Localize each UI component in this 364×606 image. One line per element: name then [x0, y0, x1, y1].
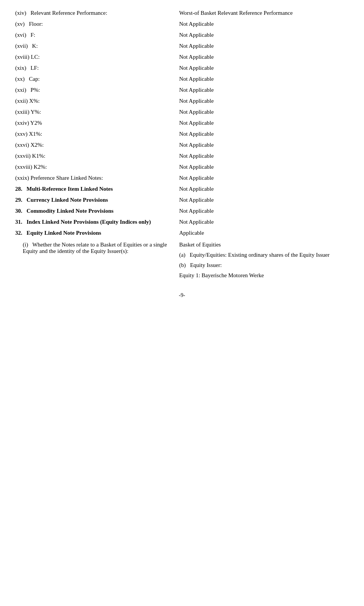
row-item28: 28. Multi-Reference Item Linked Notes No…: [15, 184, 349, 195]
value-xvii: Not Applicable: [179, 43, 213, 49]
left-xix: (xix) LF:: [15, 65, 175, 71]
left-xvii: (xvii) K:: [15, 43, 175, 49]
row-xxv: (xxv) X1%: Not Applicable: [15, 129, 349, 140]
value-item29: Not Applicable: [179, 197, 213, 203]
value-sub-i-b: (b) Equity Issuer:: [179, 262, 349, 268]
left-xxvii: (xxvii) K1%:: [15, 153, 175, 159]
right-item30: Not Applicable: [175, 208, 349, 214]
left-item31: 31. Index Linked Note Provisions (Equity…: [15, 219, 175, 225]
label-xxii: (xxii) X%:: [15, 98, 40, 104]
label-xiv: (xiv) Relevant Reference Performance:: [15, 10, 107, 16]
right-xxix-pref: Not Applicable: [175, 175, 349, 181]
row-xv: (xv) Floor: Not Applicable: [15, 19, 349, 30]
row-xxvii: (xxvii) K1%: Not Applicable: [15, 151, 349, 162]
label-xxviii: (xxviii) K2%:: [15, 164, 47, 170]
row-xviii: (xviii) LC: Not Applicable: [15, 52, 349, 63]
row-sub-i: (i) Whether the Notes relate to a Basket…: [15, 239, 349, 281]
right-xix: Not Applicable: [175, 65, 349, 71]
label-item31: 31. Index Linked Note Provisions (Equity…: [15, 219, 151, 225]
label-sub-i: (i) Whether the Notes relate to a Basket…: [23, 242, 167, 254]
label-xviii: (xviii) LC:: [15, 54, 40, 60]
label-xvi: (xvi) F:: [15, 32, 35, 38]
left-item28: 28. Multi-Reference Item Linked Notes: [15, 186, 175, 192]
left-sub-i: (i) Whether the Notes relate to a Basket…: [15, 242, 175, 254]
document-content: (xiv) Relevant Reference Performance: Wo…: [15, 8, 349, 281]
row-xxix-pref: (xxix) Preference Share Linked Notes: No…: [15, 173, 349, 184]
value-xvi: Not Applicable: [179, 32, 213, 38]
left-xxv: (xxv) X1%:: [15, 131, 175, 137]
left-xxix-pref: (xxix) Preference Share Linked Notes:: [15, 175, 175, 181]
page-number: -9-: [179, 292, 185, 298]
right-sub-i: Basket of Equities (a) Equity/Equities: …: [175, 242, 349, 279]
value-xxv: Not Applicable: [179, 131, 213, 137]
row-xx: (xx) Cap: Not Applicable: [15, 74, 349, 85]
label-item28: 28. Multi-Reference Item Linked Notes: [15, 186, 113, 192]
row-xxvi: (xxvi) X2%: Not Applicable: [15, 140, 349, 151]
left-xx: (xx) Cap:: [15, 76, 175, 82]
right-xxvii: Not Applicable: [175, 153, 349, 159]
label-xxvi: (xxvi) X2%:: [15, 142, 44, 148]
value-xxvii: Not Applicable: [179, 153, 213, 159]
left-item30: 30. Commodity Linked Note Provisions: [15, 208, 175, 214]
right-xxiii: Not Applicable: [175, 109, 349, 115]
right-item32: Applicable: [175, 230, 349, 236]
right-xxvi: Not Applicable: [175, 142, 349, 148]
value-xxiv-y2: Not Applicable: [179, 120, 213, 126]
row-xxiii: (xxiii) Y%: Not Applicable: [15, 107, 349, 118]
right-xxv: Not Applicable: [175, 131, 349, 137]
label-xxix-pref: (xxix) Preference Share Linked Notes:: [15, 175, 103, 181]
left-xiv: (xiv) Relevant Reference Performance:: [15, 10, 175, 16]
row-item29: 29. Currency Linked Note Provisions Not …: [15, 195, 349, 206]
row-xvii: (xvii) K: Not Applicable: [15, 41, 349, 52]
value-xviii: Not Applicable: [179, 54, 213, 60]
value-item31: Not Applicable: [179, 219, 213, 225]
label-item32: 32. Equity Linked Note Provisions: [15, 230, 101, 236]
label-xix: (xix) LF:: [15, 65, 39, 71]
value-sub-i-basket: Basket of Equities: [179, 242, 349, 248]
left-item29: 29. Currency Linked Note Provisions: [15, 197, 175, 203]
label-xv: (xv) Floor:: [15, 21, 43, 27]
value-xxix-pref: Not Applicable: [179, 175, 213, 181]
value-xv: Not Applicable: [179, 21, 213, 27]
label-item29: 29. Currency Linked Note Provisions: [15, 197, 108, 203]
left-xxi: (xxi) P%:: [15, 87, 175, 93]
value-xxvi: Not Applicable: [179, 142, 213, 148]
row-item30: 30. Commodity Linked Note Provisions Not…: [15, 206, 349, 217]
value-xxiii: Not Applicable: [179, 109, 213, 115]
label-xxvii: (xxvii) K1%:: [15, 153, 46, 159]
right-xxi: Not Applicable: [175, 87, 349, 93]
label-item30: 30. Commodity Linked Note Provisions: [15, 208, 113, 214]
label-xx: (xx) Cap:: [15, 76, 40, 82]
row-xiv: (xiv) Relevant Reference Performance: Wo…: [15, 8, 349, 19]
row-xxi: (xxi) P%: Not Applicable: [15, 85, 349, 96]
value-xxii: Not Applicable: [179, 98, 213, 104]
left-xv: (xv) Floor:: [15, 21, 175, 27]
value-item32: Applicable: [179, 230, 204, 236]
left-xvi: (xvi) F:: [15, 32, 175, 38]
value-sub-i-equity1: Equity 1: Bayerische Motoren Werke: [179, 272, 349, 279]
right-xx: Not Applicable: [175, 76, 349, 82]
left-xviii: (xviii) LC:: [15, 54, 175, 60]
right-xxiv-y2: Not Applicable: [175, 120, 349, 126]
label-xxiii: (xxiii) Y%:: [15, 109, 41, 115]
right-xxii: Not Applicable: [175, 98, 349, 104]
row-xvi: (xvi) F: Not Applicable: [15, 30, 349, 41]
row-item32: 32. Equity Linked Note Provisions Applic…: [15, 228, 349, 239]
left-xxviii: (xxviii) K2%:: [15, 164, 175, 170]
label-xxiv-y2: (xxiv) Y2%: [15, 120, 42, 126]
right-item31: Not Applicable: [175, 219, 349, 225]
right-xviii: Not Applicable: [175, 54, 349, 60]
right-xvii: Not Applicable: [175, 43, 349, 49]
right-xvi: Not Applicable: [175, 32, 349, 38]
label-xxi: (xxi) P%:: [15, 87, 40, 93]
right-item29: Not Applicable: [175, 197, 349, 203]
value-xiv: Worst-of Basket Relevant Reference Perfo…: [179, 10, 293, 16]
right-xxviii: Not Applicable: [175, 164, 349, 170]
right-xv: Not Applicable: [175, 21, 349, 27]
label-xxv: (xxv) X1%:: [15, 131, 42, 137]
left-xxiv-y2: (xxiv) Y2%: [15, 120, 175, 126]
left-xxii: (xxii) X%:: [15, 98, 175, 104]
right-xiv: Worst-of Basket Relevant Reference Perfo…: [175, 10, 349, 16]
value-sub-i-a: (a) Equity/Equities: Existing ordinary s…: [179, 252, 349, 258]
value-item28: Not Applicable: [179, 186, 213, 192]
